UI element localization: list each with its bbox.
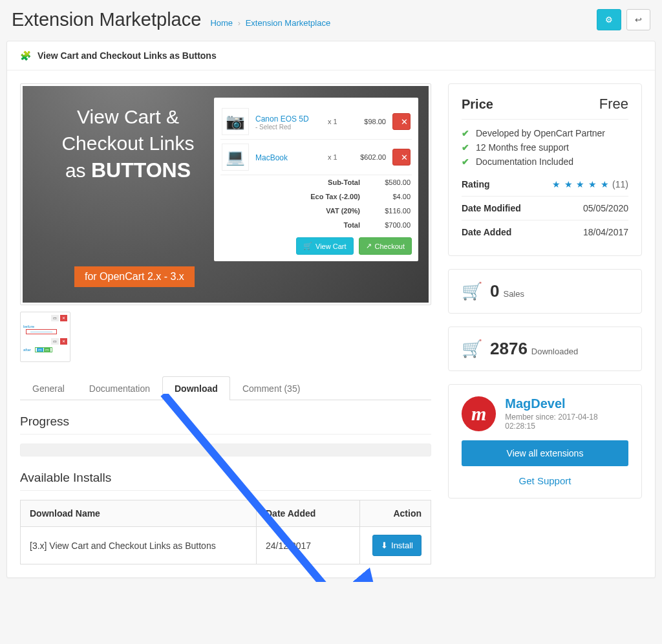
developer-name[interactable]: MagDevel <box>505 396 565 411</box>
promo-line2: Checkout Links <box>61 133 194 154</box>
product-price: $98.00 <box>352 118 386 125</box>
date-added-value: 18/04/2017 <box>583 227 628 237</box>
tab-download[interactable]: Download <box>162 376 230 400</box>
developer-since: Member since: 2017-04-18 02:28:15 <box>505 413 628 431</box>
view-cart-button: 🛒View Cart <box>296 237 353 255</box>
page-header: Extension Marketplace Home › Extension M… <box>0 0 662 37</box>
date-modified-value: 05/05/2020 <box>583 203 628 213</box>
downloads-label: Downloaded <box>531 347 578 356</box>
col-action: Action <box>360 500 431 527</box>
product-option: - Select Red <box>255 123 321 131</box>
total-label: VAT (20%) <box>270 207 360 215</box>
total-value: $116.00 <box>372 207 411 215</box>
table-row: [3.x] View Cart and Checkout Links as Bu… <box>21 527 431 564</box>
tabs: General Documentation Download Comment (… <box>20 376 431 400</box>
main-panel: 🧩 View Cart and Checkout Links as Button… <box>6 41 656 578</box>
product-name: MacBook <box>255 153 288 162</box>
feature-text: 12 Months free support <box>476 142 569 153</box>
developer-card: m MagDevel Member since: 2017-04-18 02:2… <box>448 384 642 499</box>
panel-title: View Cart and Checkout Links as Buttons <box>37 50 217 61</box>
gear-icon: ⚙ <box>605 15 613 25</box>
rating-count: (11) <box>612 179 628 189</box>
settings-button[interactable]: ⚙ <box>597 9 621 30</box>
price-label: Price <box>462 97 493 112</box>
page-title: Extension Marketplace <box>12 9 201 30</box>
remove-item-button: ✕ <box>392 149 411 166</box>
cart-icon: 🛒 <box>462 339 482 359</box>
col-download-name: Download Name <box>21 500 257 527</box>
cell-date-added: 24/12/2017 <box>257 527 360 564</box>
promo-line3b: BUTTONS <box>91 158 191 182</box>
cart-icon: 🛒 <box>462 281 482 301</box>
download-icon: ⬇ <box>381 541 388 550</box>
product-name: Canon EOS 5D <box>255 114 309 123</box>
breadcrumb-sep: › <box>238 18 240 28</box>
install-label: Install <box>391 541 413 550</box>
product-qty: x 1 <box>328 118 346 125</box>
breadcrumb-home[interactable]: Home <box>210 18 233 28</box>
progress-bar <box>20 444 431 456</box>
product-price: $602.00 <box>352 153 386 161</box>
breadcrumb-current[interactable]: Extension Marketplace <box>246 18 331 28</box>
breadcrumb: Home › Extension Marketplace <box>210 18 330 28</box>
check-icon: ✔ <box>462 128 469 138</box>
feature-text: Developed by OpenCart Partner <box>476 128 605 138</box>
available-installs-title: Available Installs <box>20 471 431 485</box>
developer-logo: m <box>462 396 496 431</box>
sales-label: Sales <box>503 289 524 299</box>
total-label: Total <box>270 221 360 229</box>
rating-label: Rating <box>462 179 490 189</box>
promo-tag: for OpenCart 2.x - 3.x <box>74 266 195 287</box>
date-modified-label: Date Modified <box>462 203 521 213</box>
total-value: $4.00 <box>372 193 411 200</box>
product-thumb: 💻 <box>222 144 249 171</box>
downloads-count: 2876 <box>490 339 528 359</box>
promo-line1: View Cart & <box>77 106 179 127</box>
check-icon: ✔ <box>462 156 469 167</box>
divider <box>20 434 431 435</box>
tab-general[interactable]: General <box>20 376 77 400</box>
product-qty: x 1 <box>328 153 346 161</box>
tab-comment[interactable]: Comment (35) <box>230 376 312 400</box>
share-icon: ↗ <box>366 242 372 250</box>
total-value: $580.00 <box>372 178 411 186</box>
col-date-added: Date Added <box>257 500 360 527</box>
divider <box>20 490 431 491</box>
panel-heading: 🧩 View Cart and Checkout Links as Button… <box>7 41 655 70</box>
install-button[interactable]: ⬇ Install <box>372 535 422 556</box>
promo-line3a: as <box>65 160 91 181</box>
get-support-link[interactable]: Get Support <box>462 475 628 486</box>
remove-item-button: ✕ <box>392 113 411 130</box>
total-value: $700.00 <box>372 221 411 229</box>
reply-icon: ↩ <box>635 15 642 25</box>
downloads-card: 🛒 2876 Downloaded <box>448 327 642 371</box>
date-added-label: Date Added <box>462 227 511 237</box>
puzzle-icon: 🧩 <box>20 50 31 61</box>
thumbnail[interactable]: ▭✕ before ──────── ▭✕ after ▭ ▭ <box>20 312 70 362</box>
product-thumb: 📷 <box>222 108 249 135</box>
cell-download-name: [3.x] View Cart and Checkout Links as Bu… <box>21 527 257 564</box>
checkout-button: ↗Checkout <box>359 237 412 255</box>
star-icon: ★ ★ ★ ★ ★ <box>552 179 610 189</box>
price-value: Free <box>599 96 628 113</box>
cart-icon: 🛒 <box>303 242 312 250</box>
view-all-extensions-button[interactable]: View all extensions <box>462 440 628 466</box>
progress-title: Progress <box>20 414 431 429</box>
sales-count: 0 <box>490 281 499 301</box>
check-icon: ✔ <box>462 142 469 153</box>
total-label: Sub-Total <box>270 178 360 186</box>
promo-image: View Cart & Checkout Links as BUTTONS fo… <box>20 83 431 305</box>
feature-text: Documentation Included <box>476 156 573 167</box>
tab-documentation[interactable]: Documentation <box>77 376 162 400</box>
back-button[interactable]: ↩ <box>626 9 650 30</box>
price-card: Price Free ✔Developed by OpenCart Partne… <box>448 83 642 256</box>
sales-card: 🛒 0 Sales <box>448 269 642 314</box>
total-label: Eco Tax (-2.00) <box>270 193 360 200</box>
installs-table: Download Name Date Added Action [3.x] Vi… <box>20 500 431 564</box>
